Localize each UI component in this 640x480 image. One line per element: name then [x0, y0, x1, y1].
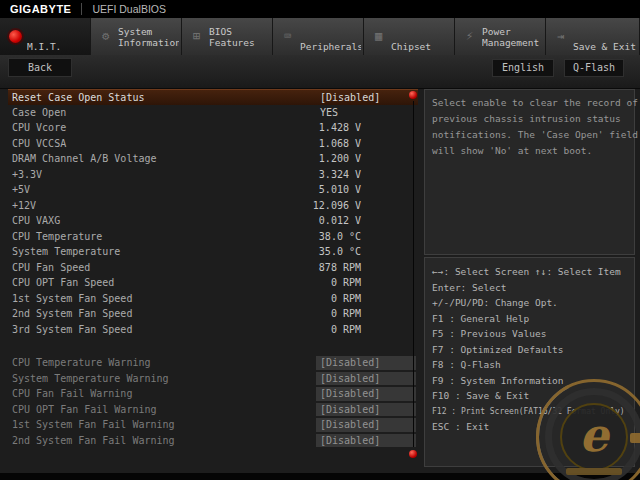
tab-bios-features[interactable]: ⊞BIOSFeatures: [182, 18, 273, 55]
title-divider: [81, 3, 82, 15]
setting-value: [Disabled]: [316, 403, 416, 417]
warning-setting-row[interactable]: 2nd System Fan Fail Warning[Disabled]: [8, 433, 418, 449]
watermark-banner: [566, 468, 622, 475]
tab-save-exit[interactable]: ⇥Save & Exit: [546, 18, 640, 55]
tab-label: SystemInformation: [118, 18, 179, 55]
window-title: UEFI DualBIOS: [92, 3, 166, 15]
hotkey-line: Enter: Select: [432, 280, 631, 296]
scrollbar-track[interactable]: [413, 101, 414, 447]
hotkey-line: F1 : General Help: [432, 311, 631, 327]
setting-value: 38.0 °C: [319, 229, 361, 245]
setting-label: CPU OPT Fan Fail Warning: [12, 402, 157, 418]
group-gap: [8, 337, 418, 355]
setting-label: Reset Case Open Status: [12, 90, 144, 106]
language-button[interactable]: English: [492, 59, 554, 77]
setting-row[interactable]: CPU Temperature38.0 °C: [8, 229, 418, 245]
setting-row[interactable]: CPU Fan Speed878 RPM: [8, 260, 418, 276]
setting-label: CPU VAXG: [12, 213, 60, 229]
tab-chipset[interactable]: ▦Chipset: [364, 18, 455, 55]
setting-label: 2nd System Fan Speed: [12, 306, 132, 322]
exit-icon: ⇥: [553, 18, 568, 55]
setting-value: 1.068 V: [319, 136, 361, 152]
back-button[interactable]: Back: [8, 58, 72, 77]
setting-row[interactable]: DRAM Channel A/B Voltage1.200 V: [8, 151, 418, 167]
tab-label: Peripherals: [300, 15, 361, 58]
setting-row[interactable]: CPU OPT Fan Speed0 RPM: [8, 275, 418, 291]
setting-label: System Temperature: [12, 244, 120, 260]
setting-label: CPU OPT Fan Speed: [12, 275, 114, 291]
setting-label: System Temperature Warning: [12, 371, 169, 387]
setting-value: 878 RPM: [319, 260, 361, 276]
warning-setting-row[interactable]: CPU Fan Fail Warning[Disabled]: [8, 386, 418, 402]
watermark-e-letter: e: [579, 412, 608, 458]
setting-value: 0 RPM: [331, 291, 361, 307]
tab-label: BIOSFeatures: [209, 18, 255, 55]
setting-label: CPU Fan Speed: [12, 260, 90, 276]
qflash-button[interactable]: Q-Flash: [564, 59, 624, 77]
setting-label: 3rd System Fan Speed: [12, 322, 132, 338]
setting-value: [Disabled]: [316, 387, 416, 401]
setting-row[interactable]: 3rd System Fan Speed0 RPM: [8, 322, 418, 338]
setting-label: CPU VCCSA: [12, 136, 66, 152]
setting-row[interactable]: 1st System Fan Speed0 RPM: [8, 291, 418, 307]
gear-icon: ⚙: [98, 18, 113, 55]
tab-peripherals[interactable]: ⌨Peripherals: [273, 18, 364, 55]
setting-value: 1.428 V: [319, 120, 361, 136]
setting-label: +5V: [12, 182, 30, 198]
setting-value: [Disabled]: [316, 418, 416, 432]
setting-value: 35.0 °C: [319, 244, 361, 260]
setting-row[interactable]: System Temperature35.0 °C: [8, 244, 418, 260]
settings-list: Reset Case Open Status[Disabled]Case Ope…: [8, 89, 418, 448]
setting-value: 3.324 V: [319, 167, 361, 183]
tab-power-management[interactable]: ⚡PowerManagement: [455, 18, 546, 55]
lightning-icon: ⚡: [462, 18, 477, 55]
setting-value: 0.012 V: [319, 213, 361, 229]
gigabyte-logo: GIGABYTE: [10, 3, 71, 15]
toolbar: Back English Q-Flash: [0, 55, 640, 89]
setting-value: 0 RPM: [331, 306, 361, 322]
setting-label: 2nd System Fan Fail Warning: [12, 433, 175, 449]
scroll-down-indicator[interactable]: [409, 450, 417, 458]
hotkey-line: F8 : Q-Flash: [432, 357, 631, 373]
watermark-plug-icon: [630, 433, 640, 443]
warning-setting-row[interactable]: 1st System Fan Fail Warning[Disabled]: [8, 417, 418, 433]
tab-mit[interactable]: M.I.T.: [0, 18, 91, 55]
hotkey-line: +/-/PU/PD: Change Opt.: [432, 295, 631, 311]
watermark-logo: e: [536, 379, 640, 480]
help-text-line: will show 'No' at next boot.: [432, 143, 631, 159]
setting-label: 1st System Fan Speed: [12, 291, 132, 307]
tab-label: M.I.T.: [27, 15, 61, 58]
hotkey-line: F7 : Optimized Defaults: [432, 342, 631, 358]
tab-label: PowerManagement: [482, 18, 539, 55]
record-dot-icon: [9, 30, 22, 43]
warning-setting-row[interactable]: CPU Temperature Warning[Disabled]: [8, 355, 418, 371]
watermark-core: e: [560, 403, 628, 471]
setting-value: [Disabled]: [316, 372, 416, 386]
setting-value: [Disabled]: [320, 90, 380, 106]
peripherals-icon: ⌨: [280, 18, 295, 55]
tab-system-information[interactable]: ⚙SystemInformation: [91, 18, 182, 55]
help-text-line: Select enable to clear the record of: [432, 95, 631, 111]
setting-row[interactable]: +5V5.010 V: [8, 182, 418, 198]
setting-row[interactable]: +3.3V3.324 V: [8, 167, 418, 183]
warning-setting-row[interactable]: System Temperature Warning[Disabled]: [8, 371, 418, 387]
setting-value: 1.200 V: [319, 151, 361, 167]
setting-row[interactable]: CPU VCCSA1.068 V: [8, 136, 418, 152]
warning-setting-row[interactable]: CPU OPT Fan Fail Warning[Disabled]: [8, 402, 418, 418]
setting-row[interactable]: CPU VAXG0.012 V: [8, 213, 418, 229]
tab-label: Chipset: [391, 15, 431, 58]
setting-label: Case Open: [12, 105, 66, 121]
setting-row[interactable]: Reset Case Open Status[Disabled]: [8, 89, 418, 105]
setting-value: [Disabled]: [316, 434, 416, 448]
setting-label: CPU Temperature: [12, 229, 102, 245]
hotkey-line: F5 : Previous Values: [432, 326, 631, 342]
setting-row[interactable]: CPU Vcore1.428 V: [8, 120, 418, 136]
setting-row[interactable]: 2nd System Fan Speed0 RPM: [8, 306, 418, 322]
scroll-up-indicator[interactable]: [409, 91, 417, 99]
help-text-line: notifications. The 'Case Open' field: [432, 127, 631, 143]
setting-value: 0 RPM: [331, 275, 361, 291]
bios-screen: GIGABYTE UEFI DualBIOS M.I.T.⚙SystemInfo…: [0, 0, 640, 480]
setting-row[interactable]: +12V12.096 V: [8, 198, 418, 214]
setting-row[interactable]: Case OpenYES: [8, 105, 418, 121]
setting-label: +12V: [12, 198, 36, 214]
